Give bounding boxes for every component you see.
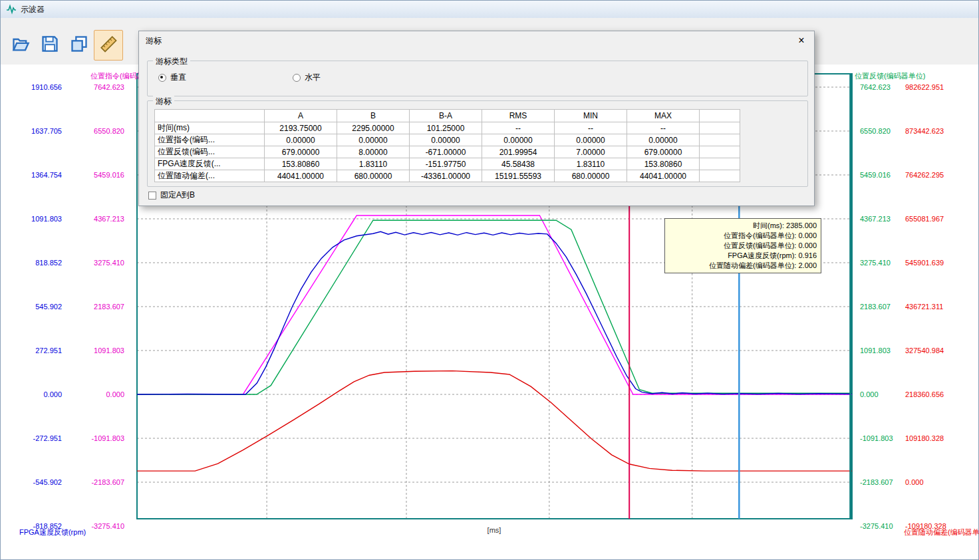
cell-value: 680.00000 bbox=[555, 170, 627, 182]
tooltip-line: 时间(ms): 2385.000 bbox=[669, 221, 817, 231]
cell-value: 679.00000 bbox=[627, 146, 700, 158]
titlebar: 示波器 bbox=[1, 1, 978, 19]
table-header bbox=[700, 110, 740, 122]
cell-value: 153.80860 bbox=[627, 158, 700, 170]
table-row: FPGA速度反馈(...153.808601.83110-151.9775045… bbox=[155, 158, 740, 170]
tooltip-line: 位置随动偏差(编码器单位): 2.000 bbox=[669, 261, 817, 271]
radio-horizontal[interactable]: 水平 bbox=[293, 72, 321, 83]
open-button[interactable] bbox=[6, 30, 35, 61]
table-row: 时间(ms)2193.750002295.00000101.25000-----… bbox=[155, 122, 740, 134]
table-header bbox=[155, 110, 265, 122]
table-row: 位置随动偏差(...44041.00000680.00000-43361.000… bbox=[155, 170, 740, 182]
group-label: 游标 bbox=[153, 96, 174, 107]
cell-value: 0.00000 bbox=[265, 134, 337, 146]
cell-empty bbox=[700, 170, 740, 182]
tooltip-line: FPGA速度反馈(rpm): 0.916 bbox=[669, 251, 817, 261]
cell-value: 0.00000 bbox=[482, 134, 555, 146]
table-header: B-A bbox=[410, 110, 482, 122]
checkbox-icon[interactable] bbox=[148, 192, 156, 200]
cursor-measure-button[interactable] bbox=[94, 30, 123, 61]
radio-icon[interactable] bbox=[293, 74, 301, 82]
row-label: FPGA速度反馈(... bbox=[155, 158, 265, 170]
tooltip-line: 位置反馈(编码器单位): 0.000 bbox=[669, 241, 817, 251]
cell-value: 2295.00000 bbox=[337, 122, 410, 134]
cursor-type-group: 游标类型 垂直 水平 bbox=[147, 61, 808, 96]
cell-value: 8.00000 bbox=[337, 146, 410, 158]
cell-value: 1.83110 bbox=[337, 158, 410, 170]
ruler-icon bbox=[99, 35, 118, 56]
cell-value: 0.00000 bbox=[555, 134, 627, 146]
cell-value: -- bbox=[482, 122, 555, 134]
radio-label: 垂直 bbox=[170, 72, 186, 83]
cell-empty bbox=[700, 146, 740, 158]
table-header: MAX bbox=[627, 110, 700, 122]
cell-value: 2193.75000 bbox=[265, 122, 337, 134]
row-label: 位置随动偏差(... bbox=[155, 170, 265, 182]
cell-value: 0.00000 bbox=[627, 134, 700, 146]
cursor-table: ABB-ARMSMINMAX时间(ms)2193.750002295.00000… bbox=[154, 109, 740, 182]
cursor-values-group: 游标 ABB-ARMSMINMAX时间(ms)2193.750002295.00… bbox=[147, 100, 808, 187]
cell-empty bbox=[700, 158, 740, 170]
table-header: A bbox=[265, 110, 337, 122]
cell-empty bbox=[700, 122, 740, 134]
table-header: MIN bbox=[555, 110, 627, 122]
cursor-dialog: 游标 × 游标类型 垂直 水平 游标 ABB-ARMSMINMAX时间(ms)2… bbox=[138, 31, 815, 206]
save-icon bbox=[41, 35, 59, 56]
table-header: RMS bbox=[482, 110, 555, 122]
cell-value: 101.25000 bbox=[410, 122, 482, 134]
cell-value: -- bbox=[627, 122, 700, 134]
table-header: B bbox=[337, 110, 410, 122]
cell-empty bbox=[700, 134, 740, 146]
oscilloscope-window: 示波器 bbox=[0, 0, 979, 560]
cell-value: 7.00000 bbox=[555, 146, 627, 158]
group-label: 游标类型 bbox=[153, 56, 190, 67]
cell-value: -- bbox=[555, 122, 627, 134]
cell-value: 45.58438 bbox=[482, 158, 555, 170]
row-label: 位置指令(编码... bbox=[155, 134, 265, 146]
cell-value: -43361.00000 bbox=[410, 170, 482, 182]
cell-value: 44041.00000 bbox=[265, 170, 337, 182]
cell-value: -671.00000 bbox=[410, 146, 482, 158]
cell-value: 201.99954 bbox=[482, 146, 555, 158]
cell-value: -151.97750 bbox=[410, 158, 482, 170]
cell-value: 15191.55593 bbox=[482, 170, 555, 182]
chart-tooltip: 时间(ms): 2385.000 位置指令(编码器单位): 0.000 位置反馈… bbox=[664, 218, 821, 273]
cell-value: 679.00000 bbox=[265, 146, 337, 158]
table-row: 位置指令(编码...0.000000.000000.000000.000000.… bbox=[155, 134, 740, 146]
radio-label: 水平 bbox=[305, 72, 321, 83]
table-row: 位置反馈(编码...679.000008.00000-671.00000201.… bbox=[155, 146, 740, 158]
cell-value: 153.80860 bbox=[265, 158, 337, 170]
cell-value: 0.00000 bbox=[337, 134, 410, 146]
cell-value: 0.00000 bbox=[410, 134, 482, 146]
export-button[interactable] bbox=[65, 30, 94, 61]
row-label: 时间(ms) bbox=[155, 122, 265, 134]
cell-value: 680.00000 bbox=[337, 170, 410, 182]
tooltip-line: 位置指令(编码器单位): 0.000 bbox=[669, 231, 817, 241]
save-button[interactable] bbox=[35, 30, 65, 61]
fix-ab-checkbox[interactable]: 固定A到B bbox=[148, 190, 195, 201]
open-file-icon bbox=[11, 35, 30, 56]
row-label: 位置反馈(编码... bbox=[155, 146, 265, 158]
checkbox-label: 固定A到B bbox=[160, 190, 195, 201]
window-title: 示波器 bbox=[21, 4, 45, 15]
radio-icon[interactable] bbox=[158, 74, 166, 82]
radio-vertical[interactable]: 垂直 bbox=[158, 72, 186, 83]
cell-value: 1.83110 bbox=[555, 158, 627, 170]
copy-window-icon bbox=[70, 35, 88, 56]
dialog-title: 游标 bbox=[146, 35, 162, 47]
close-icon[interactable]: × bbox=[794, 34, 809, 47]
cell-value: 44041.00000 bbox=[627, 170, 700, 182]
waveform-icon bbox=[6, 4, 17, 15]
